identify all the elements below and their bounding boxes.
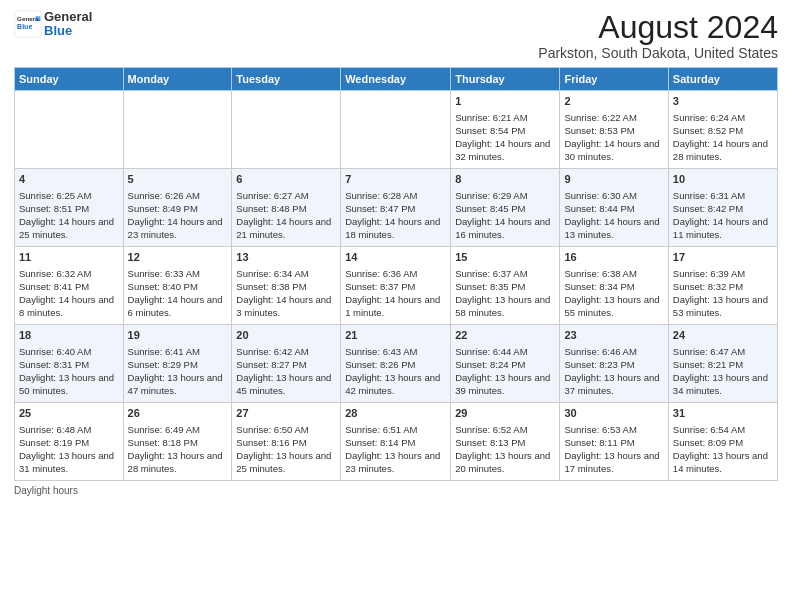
day-info: Sunrise: 6:51 AMSunset: 8:14 PMDaylight:… [345,423,446,476]
calendar-cell: 17Sunrise: 6:39 AMSunset: 8:32 PMDayligh… [668,247,777,325]
calendar-cell [232,91,341,169]
day-info: Sunrise: 6:41 AMSunset: 8:29 PMDaylight:… [128,345,228,398]
header-saturday: Saturday [668,68,777,91]
calendar-cell: 31Sunrise: 6:54 AMSunset: 8:09 PMDayligh… [668,403,777,481]
day-number: 13 [236,250,336,265]
calendar-cell: 11Sunrise: 6:32 AMSunset: 8:41 PMDayligh… [15,247,124,325]
day-info: Sunrise: 6:50 AMSunset: 8:16 PMDaylight:… [236,423,336,476]
calendar-cell: 22Sunrise: 6:44 AMSunset: 8:24 PMDayligh… [451,325,560,403]
calendar-cell: 26Sunrise: 6:49 AMSunset: 8:18 PMDayligh… [123,403,232,481]
day-number: 16 [564,250,663,265]
calendar-cell: 23Sunrise: 6:46 AMSunset: 8:23 PMDayligh… [560,325,668,403]
day-info: Sunrise: 6:21 AMSunset: 8:54 PMDaylight:… [455,111,555,164]
calendar-cell: 14Sunrise: 6:36 AMSunset: 8:37 PMDayligh… [341,247,451,325]
calendar-cell: 20Sunrise: 6:42 AMSunset: 8:27 PMDayligh… [232,325,341,403]
day-number: 11 [19,250,119,265]
day-number: 17 [673,250,773,265]
calendar-body: 1Sunrise: 6:21 AMSunset: 8:54 PMDaylight… [15,91,778,481]
calendar-cell: 10Sunrise: 6:31 AMSunset: 8:42 PMDayligh… [668,169,777,247]
day-info: Sunrise: 6:30 AMSunset: 8:44 PMDaylight:… [564,189,663,242]
day-info: Sunrise: 6:34 AMSunset: 8:38 PMDaylight:… [236,267,336,320]
calendar-cell: 18Sunrise: 6:40 AMSunset: 8:31 PMDayligh… [15,325,124,403]
calendar-cell: 12Sunrise: 6:33 AMSunset: 8:40 PMDayligh… [123,247,232,325]
header-wednesday: Wednesday [341,68,451,91]
day-number: 25 [19,406,119,421]
day-number: 28 [345,406,446,421]
day-info: Sunrise: 6:27 AMSunset: 8:48 PMDaylight:… [236,189,336,242]
day-number: 2 [564,94,663,109]
calendar-week-3: 11Sunrise: 6:32 AMSunset: 8:41 PMDayligh… [15,247,778,325]
subtitle: Parkston, South Dakota, United States [538,45,778,61]
day-info: Sunrise: 6:25 AMSunset: 8:51 PMDaylight:… [19,189,119,242]
day-number: 4 [19,172,119,187]
calendar-cell: 4Sunrise: 6:25 AMSunset: 8:51 PMDaylight… [15,169,124,247]
day-info: Sunrise: 6:32 AMSunset: 8:41 PMDaylight:… [19,267,119,320]
header-sunday: Sunday [15,68,124,91]
calendar-cell: 16Sunrise: 6:38 AMSunset: 8:34 PMDayligh… [560,247,668,325]
calendar-cell [123,91,232,169]
calendar-cell: 25Sunrise: 6:48 AMSunset: 8:19 PMDayligh… [15,403,124,481]
day-info: Sunrise: 6:29 AMSunset: 8:45 PMDaylight:… [455,189,555,242]
calendar-cell: 7Sunrise: 6:28 AMSunset: 8:47 PMDaylight… [341,169,451,247]
calendar-header-row: Sunday Monday Tuesday Wednesday Thursday… [15,68,778,91]
day-number: 18 [19,328,119,343]
logo-general-text: General [44,9,92,24]
calendar-cell: 24Sunrise: 6:47 AMSunset: 8:21 PMDayligh… [668,325,777,403]
calendar-table: Sunday Monday Tuesday Wednesday Thursday… [14,67,778,481]
calendar-cell: 15Sunrise: 6:37 AMSunset: 8:35 PMDayligh… [451,247,560,325]
day-info: Sunrise: 6:54 AMSunset: 8:09 PMDaylight:… [673,423,773,476]
page: General Blue General Blue August 2024 Pa… [0,0,792,612]
day-info: Sunrise: 6:46 AMSunset: 8:23 PMDaylight:… [564,345,663,398]
day-number: 15 [455,250,555,265]
header: General Blue General Blue August 2024 Pa… [14,10,778,61]
calendar-cell: 8Sunrise: 6:29 AMSunset: 8:45 PMDaylight… [451,169,560,247]
svg-text:Blue: Blue [17,23,32,30]
day-number: 7 [345,172,446,187]
calendar-week-5: 25Sunrise: 6:48 AMSunset: 8:19 PMDayligh… [15,403,778,481]
day-number: 1 [455,94,555,109]
day-number: 23 [564,328,663,343]
calendar-cell: 2Sunrise: 6:22 AMSunset: 8:53 PMDaylight… [560,91,668,169]
calendar-header: Sunday Monday Tuesday Wednesday Thursday… [15,68,778,91]
calendar-cell: 9Sunrise: 6:30 AMSunset: 8:44 PMDaylight… [560,169,668,247]
calendar-cell: 5Sunrise: 6:26 AMSunset: 8:49 PMDaylight… [123,169,232,247]
day-info: Sunrise: 6:33 AMSunset: 8:40 PMDaylight:… [128,267,228,320]
day-number: 12 [128,250,228,265]
header-thursday: Thursday [451,68,560,91]
logo-blue-text: Blue [44,23,72,38]
day-number: 9 [564,172,663,187]
day-number: 30 [564,406,663,421]
day-info: Sunrise: 6:43 AMSunset: 8:26 PMDaylight:… [345,345,446,398]
logo: General Blue General Blue [14,10,92,39]
day-number: 27 [236,406,336,421]
day-info: Sunrise: 6:42 AMSunset: 8:27 PMDaylight:… [236,345,336,398]
calendar-cell: 6Sunrise: 6:27 AMSunset: 8:48 PMDaylight… [232,169,341,247]
day-info: Sunrise: 6:47 AMSunset: 8:21 PMDaylight:… [673,345,773,398]
day-number: 19 [128,328,228,343]
calendar-cell: 3Sunrise: 6:24 AMSunset: 8:52 PMDaylight… [668,91,777,169]
day-info: Sunrise: 6:49 AMSunset: 8:18 PMDaylight:… [128,423,228,476]
day-info: Sunrise: 6:28 AMSunset: 8:47 PMDaylight:… [345,189,446,242]
day-info: Sunrise: 6:36 AMSunset: 8:37 PMDaylight:… [345,267,446,320]
calendar-week-4: 18Sunrise: 6:40 AMSunset: 8:31 PMDayligh… [15,325,778,403]
logo-text: General Blue [44,10,92,39]
calendar-cell [15,91,124,169]
day-number: 6 [236,172,336,187]
day-info: Sunrise: 6:37 AMSunset: 8:35 PMDaylight:… [455,267,555,320]
day-number: 22 [455,328,555,343]
calendar-cell: 21Sunrise: 6:43 AMSunset: 8:26 PMDayligh… [341,325,451,403]
day-info: Sunrise: 6:52 AMSunset: 8:13 PMDaylight:… [455,423,555,476]
day-number: 3 [673,94,773,109]
day-number: 31 [673,406,773,421]
day-number: 10 [673,172,773,187]
day-info: Sunrise: 6:24 AMSunset: 8:52 PMDaylight:… [673,111,773,164]
day-number: 8 [455,172,555,187]
day-number: 20 [236,328,336,343]
header-friday: Friday [560,68,668,91]
calendar-cell: 28Sunrise: 6:51 AMSunset: 8:14 PMDayligh… [341,403,451,481]
day-info: Sunrise: 6:40 AMSunset: 8:31 PMDaylight:… [19,345,119,398]
main-title: August 2024 [538,10,778,45]
calendar-cell: 1Sunrise: 6:21 AMSunset: 8:54 PMDaylight… [451,91,560,169]
calendar-cell: 27Sunrise: 6:50 AMSunset: 8:16 PMDayligh… [232,403,341,481]
calendar-cell: 30Sunrise: 6:53 AMSunset: 8:11 PMDayligh… [560,403,668,481]
